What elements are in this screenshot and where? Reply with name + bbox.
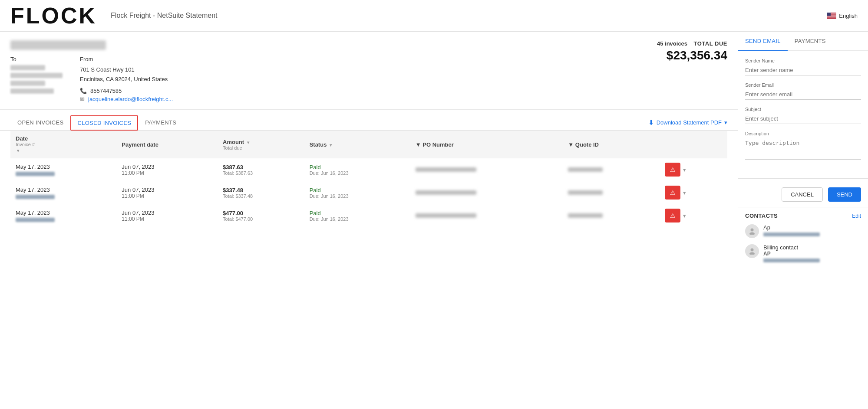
avatar-1	[745, 224, 759, 238]
svg-rect-5	[827, 17, 836, 17]
contacts-section: CONTACTS Edit Ap	[738, 207, 868, 274]
panel-tab-payments[interactable]: PAYMENTS	[788, 32, 833, 51]
phone-number: 8557447585	[90, 88, 122, 94]
from-label: From	[80, 56, 173, 62]
to-line2-blurred	[10, 73, 63, 78]
svg-point-8	[751, 229, 754, 232]
quote-id-blurred-2	[568, 190, 603, 195]
date-cell-2: May 17, 2023	[10, 181, 116, 204]
quote-cell-1	[563, 158, 660, 181]
description-textarea[interactable]	[745, 138, 861, 160]
panel-form: Sender Name Sender Email Subject Descrip…	[738, 51, 868, 175]
quote-id-blurred-1	[568, 167, 603, 172]
th-amount[interactable]: Amount ▾ Total due	[218, 131, 304, 158]
po-cell-2	[410, 181, 563, 204]
th-quote-id[interactable]: ▼ Quote ID	[563, 131, 660, 158]
table-row: May 17, 2023 Jun 07, 2023 11:00 PM $337.…	[10, 181, 727, 204]
company-name-blurred	[10, 40, 106, 50]
contact-info-2: Billing contact AP	[763, 244, 820, 262]
status-cell-3: Paid Due: Jun 16, 2023	[304, 204, 410, 227]
email-address[interactable]: jacqueline.elardo@flockfreight.c...	[88, 96, 173, 102]
po-cell-3	[410, 204, 563, 227]
po-number-blurred-2	[416, 190, 476, 195]
filter-icon-quote: ▼	[568, 141, 574, 148]
header: FLOCK Flock Freight - NetSuite Statement…	[0, 0, 868, 32]
status-badge-3: Paid	[310, 210, 321, 216]
send-button[interactable]: SEND	[828, 187, 861, 202]
contact-name-1: Ap	[763, 224, 820, 231]
payment-date-cell-1: Jun 07, 2023 11:00 PM	[116, 158, 218, 181]
th-po-number[interactable]: ▼ PO Number	[410, 131, 563, 158]
subject-input[interactable]	[745, 114, 861, 124]
to-address-blurred	[10, 65, 45, 70]
download-icon: ⬇	[648, 118, 654, 127]
contact-email-blurred-2	[763, 258, 820, 262]
contacts-header: CONTACTS Edit	[745, 213, 861, 219]
sender-name-input[interactable]	[745, 65, 861, 75]
contact-name-2: Billing contact	[763, 244, 820, 251]
warning-dropdown-2[interactable]: ▾	[683, 190, 686, 196]
avatar-2	[745, 244, 759, 258]
warning-dropdown-3[interactable]: ▾	[683, 213, 686, 219]
svg-point-9	[749, 232, 755, 235]
edit-contacts-link[interactable]: Edit	[852, 213, 861, 219]
sort-icon-status: ▾	[330, 143, 332, 147]
th-date[interactable]: Date Invoice # ▾	[10, 131, 116, 158]
payment-date-cell-3: Jun 07, 2023 11:00 PM	[116, 204, 218, 227]
amount-cell-2: $337.48 Total: $337.48	[218, 181, 304, 204]
warning-button-1[interactable]: ⚠	[665, 163, 680, 177]
from-address: 701 S Coast Hwy 101 Encinitas, CA 92024,…	[80, 65, 173, 84]
po-number-blurred-1	[416, 167, 476, 172]
action-cell-1: ⚠ ▾	[660, 158, 727, 181]
action-cell-2: ⚠ ▾	[660, 181, 727, 204]
panel-tab-send-email[interactable]: SEND EMAIL	[738, 32, 788, 51]
warning-button-2[interactable]: ⚠	[665, 186, 680, 200]
info-left: To From 701 S Coast Hwy 101 Encinitas, C…	[10, 40, 657, 102]
svg-rect-4	[827, 16, 836, 16]
table-row: May 17, 2023 Jun 07, 2023 11:00 PM $477.…	[10, 204, 727, 227]
content-area: To From 701 S Coast Hwy 101 Encinitas, C…	[0, 32, 738, 402]
panel-actions: CANCEL SEND	[738, 182, 868, 207]
status-badge-1: Paid	[310, 164, 321, 170]
invoice-num-blurred-3	[16, 218, 55, 222]
email-row: ✉ jacqueline.elardo@flockfreight.c...	[80, 96, 173, 102]
status-badge-2: Paid	[310, 187, 321, 193]
th-status[interactable]: Status ▾	[304, 131, 410, 158]
download-pdf-button[interactable]: ⬇ Download Statement PDF ▾	[648, 118, 727, 127]
sender-name-group: Sender Name	[745, 58, 861, 75]
sort-icon-date: ▾	[17, 148, 19, 153]
cancel-button[interactable]: CANCEL	[782, 187, 823, 202]
svg-rect-6	[827, 18, 836, 18]
panel-divider	[738, 178, 868, 179]
tab-payments[interactable]: PAYMENTS	[138, 115, 183, 131]
flag-icon	[827, 13, 836, 19]
from-column: From 701 S Coast Hwy 101 Encinitas, CA 9…	[80, 56, 173, 102]
sender-email-group: Sender Email	[745, 82, 861, 100]
quote-cell-2	[563, 181, 660, 204]
sort-icon-amount: ▾	[247, 140, 249, 145]
tabs-section: OPEN INVOICES CLOSED INVOICES PAYMENTS ⬇…	[0, 110, 738, 131]
tab-closed-invoices[interactable]: CLOSED INVOICES	[70, 115, 138, 131]
logo: FLOCK	[10, 4, 97, 27]
tab-open-invoices[interactable]: OPEN INVOICES	[10, 115, 70, 131]
warning-dropdown-1[interactable]: ▾	[683, 167, 686, 173]
sender-email-input[interactable]	[745, 89, 861, 100]
info-section: To From 701 S Coast Hwy 101 Encinitas, C…	[0, 32, 738, 110]
date-cell-3: May 17, 2023	[10, 204, 116, 227]
language-selector[interactable]: English	[827, 13, 858, 19]
download-label: Download Statement PDF	[657, 119, 722, 126]
contact-info-1: Ap	[763, 224, 820, 236]
from-contact: 📞 8557447585 ✉ jacqueline.elardo@flockfr…	[80, 88, 173, 102]
th-actions	[660, 131, 727, 158]
phone-icon: 📞	[80, 88, 87, 94]
contact-email-blurred-1	[763, 232, 820, 236]
date-cell-1: May 17, 2023	[10, 158, 116, 181]
svg-point-11	[749, 252, 755, 255]
invoices-table: Date Invoice # ▾ Payment date Amount ▾	[10, 131, 727, 227]
right-panel: SEND EMAIL PAYMENTS Sender Name Sender E…	[738, 32, 868, 402]
warning-button-3[interactable]: ⚠	[665, 209, 680, 222]
svg-point-10	[751, 249, 754, 252]
contact-sub-name-2: AP	[763, 251, 820, 257]
payment-date-cell-2: Jun 07, 2023 11:00 PM	[116, 181, 218, 204]
table-row: May 17, 2023 Jun 07, 2023 11:00 PM $387.…	[10, 158, 727, 181]
